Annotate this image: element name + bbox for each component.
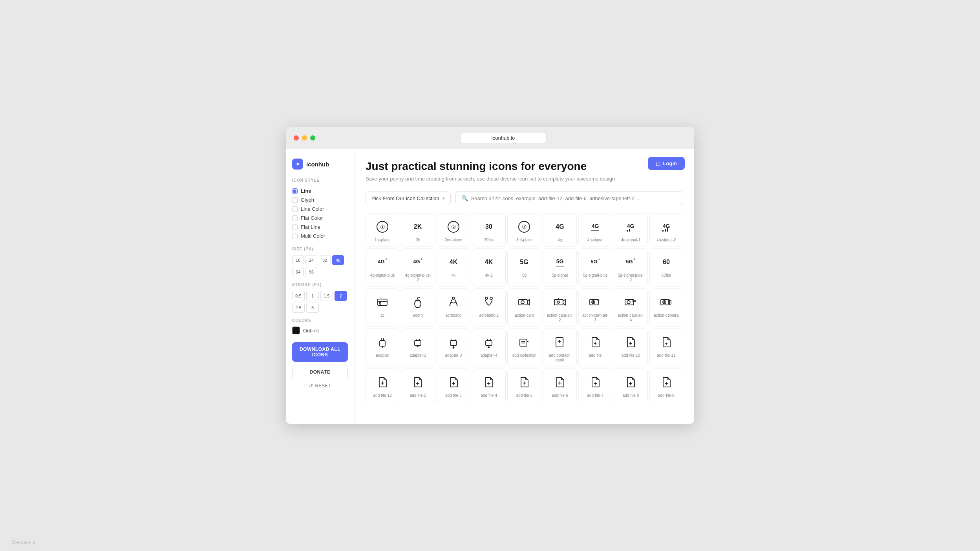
icon-card-5g-signal-plus-2[interactable]: 5G+5g-signal-plus-2 <box>614 248 647 287</box>
icon-image-add-file-3 <box>446 374 461 390</box>
style-line-checkbox[interactable] <box>292 188 298 194</box>
size-48[interactable]: 48 <box>332 255 344 265</box>
style-flat-color[interactable]: Flat Color <box>292 213 348 223</box>
style-line-color[interactable]: Line Color <box>292 204 348 213</box>
icon-card-4g-signal-2[interactable]: 4G4g-signal-2 <box>649 213 683 247</box>
icon-card-adapter-4[interactable]: adapter-4 <box>472 328 506 367</box>
search-input[interactable] <box>471 195 677 201</box>
icon-card-5g[interactable]: 5G5g <box>507 248 541 287</box>
icon-image-add-file-10 <box>623 334 638 350</box>
style-multi-color[interactable]: Multi Color <box>292 232 348 241</box>
minimize-button[interactable] <box>302 135 307 140</box>
icon-image-4g-signal-plus-2: 4G+ <box>410 254 426 270</box>
style-flat-line-checkbox[interactable] <box>292 224 298 230</box>
donate-button[interactable]: DONATE <box>292 365 348 379</box>
stroke-1[interactable]: 1 <box>306 291 319 301</box>
icon-image-5g-signal-plus: 5G+ <box>587 254 603 270</box>
maximize-button[interactable] <box>310 135 315 140</box>
reset-button[interactable]: ↺ RESET <box>292 383 348 389</box>
search-bar[interactable]: 🔍 <box>455 191 683 205</box>
icon-card-add-file-4[interactable]: add-file-4 <box>472 369 506 402</box>
login-button[interactable]: ⬚ Login <box>648 157 685 170</box>
icon-card-4g-signal-1[interactable]: 4G4g-signal-1 <box>614 213 647 247</box>
icon-image-add-file-2 <box>410 374 426 390</box>
icon-image-adapter-2 <box>410 334 426 350</box>
address-input[interactable]: iconhub.io <box>460 133 547 143</box>
color-item[interactable]: Outline <box>292 327 348 334</box>
icon-card-adapter-2[interactable]: adapter-2 <box>401 328 435 367</box>
icon-card-3rd-place[interactable]: ③3rd-place <box>507 213 541 247</box>
icon-card-acrobatic[interactable]: acrobatic <box>437 288 470 327</box>
icon-card-add-file-7[interactable]: add-file-7 <box>578 369 612 402</box>
svg-rect-15 <box>662 230 664 232</box>
color-swatch[interactable] <box>292 327 300 334</box>
size-32[interactable]: 32 <box>319 255 331 265</box>
icon-card-action-cam-alt-4[interactable]: action-cam-alt-4 <box>614 288 647 327</box>
icon-card-add-file-10[interactable]: add-file-10 <box>614 328 647 367</box>
collection-dropdown[interactable]: Pick From Our Icon Collection ▾ <box>366 192 451 205</box>
icon-card-4g[interactable]: 4G4g <box>543 213 577 247</box>
style-line[interactable]: Line <box>292 186 348 195</box>
stroke-1.5[interactable]: 1.5 <box>320 291 333 301</box>
size-16[interactable]: 16 <box>292 255 304 265</box>
icon-card-adapter-3[interactable]: adapter-3 <box>437 328 470 367</box>
icon-card-ac[interactable]: ac <box>366 288 399 327</box>
icon-card-action-cam-alt-2[interactable]: action-cam-alt-2 <box>543 288 577 327</box>
icon-card-acrobatic-2[interactable]: acrobatic-2 <box>472 288 506 327</box>
stroke-0.5[interactable]: 0.5 <box>292 291 305 301</box>
size-64[interactable]: 64 <box>292 267 304 277</box>
icon-card-30fps[interactable]: 3030fps <box>472 213 506 247</box>
reset-label: RESET <box>315 383 331 389</box>
icon-card-4k[interactable]: 4K4k <box>437 248 470 287</box>
icon-card-add-file-2[interactable]: add-file-2 <box>401 369 435 402</box>
icon-card-add-file-5[interactable]: add-file-5 <box>507 369 541 402</box>
stroke-2.5[interactable]: 2.5 <box>292 303 305 313</box>
icon-card-4g-signal[interactable]: 4G4g-signal <box>578 213 612 247</box>
style-glyph-checkbox[interactable] <box>292 197 298 203</box>
icon-card-adapter[interactable]: adapter <box>366 328 399 367</box>
icon-image-add-collection <box>516 334 532 350</box>
icon-card-4k-2[interactable]: 4K4k-2 <box>472 248 506 287</box>
svg-rect-67 <box>450 341 457 345</box>
icon-card-add-file-12[interactable]: add-file-12 <box>366 369 399 402</box>
style-multi-color-checkbox[interactable] <box>292 234 298 239</box>
logo-text: iconhub <box>306 161 329 168</box>
icon-card-60fps[interactable]: 6060fps <box>649 248 683 287</box>
stroke-2[interactable]: 2 <box>335 291 347 301</box>
icon-card-acorn[interactable]: acorn <box>401 288 435 327</box>
icon-card-4g-signal-plus[interactable]: 4G+4g-signal-plus <box>366 248 399 287</box>
icon-card-action-cam[interactable]: action-cam <box>507 288 541 327</box>
icon-card-action-camera[interactable]: action-camera <box>649 288 683 327</box>
icon-card-add-file-11[interactable]: add-file-11 <box>649 328 683 367</box>
svg-point-55 <box>663 301 666 304</box>
icon-card-2k[interactable]: 2K2k <box>401 213 435 247</box>
size-24[interactable]: 24 <box>305 255 317 265</box>
style-flat-color-checkbox[interactable] <box>292 215 298 221</box>
icon-card-add-file-9[interactable]: add-file-9 <box>649 369 683 402</box>
icon-card-add-file[interactable]: add-file <box>578 328 612 367</box>
style-flat-line[interactable]: Flat Line <box>292 223 348 232</box>
hero-subtitle: Save your penny and time creating from s… <box>366 176 683 182</box>
icon-card-5g-signal-plus[interactable]: 5G+5g-signal-plus <box>578 248 612 287</box>
icon-card-add-collection[interactable]: add-collection <box>507 328 541 367</box>
size-96[interactable]: 96 <box>305 267 317 277</box>
svg-rect-57 <box>669 300 671 304</box>
icon-card-add-file-6[interactable]: add-file-6 <box>543 369 577 402</box>
icon-card-2nd-place[interactable]: ②2nd-place <box>437 213 470 247</box>
icon-card-1st-place[interactable]: ①1st-place <box>366 213 399 247</box>
style-line-color-checkbox[interactable] <box>292 206 298 212</box>
icon-card-action-cam-alt-3[interactable]: action-cam-alt-3 <box>578 288 612 327</box>
icon-card-add-file-3[interactable]: add-file-3 <box>437 369 470 402</box>
icon-image-add-file-4 <box>481 374 497 390</box>
close-button[interactable] <box>294 135 299 140</box>
download-all-button[interactable]: DOWNLOAD ALL ICONS <box>292 342 348 362</box>
stroke-3[interactable]: 3 <box>306 303 319 313</box>
style-glyph[interactable]: Glyph <box>292 195 348 204</box>
icon-label-4g-signal: 4g-signal <box>587 238 603 243</box>
collection-label: Pick From Our Icon Collection <box>371 195 439 201</box>
icon-card-4g-signal-plus-2[interactable]: 4G+4g-signal-plus-2 <box>401 248 435 287</box>
icon-card-add-file-8[interactable]: add-file-8 <box>614 369 647 402</box>
icon-image-4g-signal-2: 4G <box>658 219 674 235</box>
icon-card-add-contact-book[interactable]: add-contact-book <box>543 328 577 367</box>
icon-card-5g-signal[interactable]: 5G5g-signal <box>543 248 577 287</box>
